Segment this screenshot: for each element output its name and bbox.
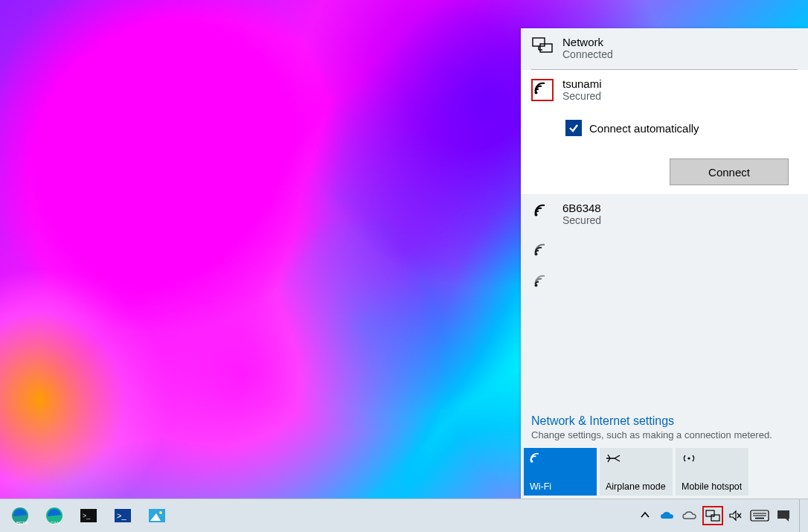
wifi-icon — [531, 243, 554, 257]
highlight-annotation — [702, 506, 723, 525]
tile-label: Mobile hotspot — [682, 482, 744, 493]
wifi-item[interactable]: 6B6348 Secured — [521, 194, 808, 234]
svg-rect-22 — [711, 515, 719, 521]
wifi-icon — [533, 81, 551, 99]
network-tray-icon[interactable] — [705, 508, 721, 523]
svg-text:BETA: BETA — [16, 521, 28, 525]
svg-point-7 — [535, 284, 538, 287]
volume-mute-icon[interactable] — [726, 506, 746, 525]
svg-point-4 — [535, 92, 538, 94]
network-header-status: Connected — [562, 48, 613, 60]
airplane-icon — [606, 452, 668, 467]
svg-marker-28 — [786, 519, 789, 522]
wifi-security: Secured — [562, 90, 602, 102]
tile-mobile-hotspot[interactable]: Mobile hotspot — [676, 448, 748, 496]
taskbar-pinned-apps: BETA CAN >_ >_ — [4, 501, 173, 530]
weather-icon[interactable] — [680, 506, 699, 525]
wifi-security: Secured — [562, 214, 601, 226]
taskbar: BETA CAN >_ >_ — [0, 499, 808, 532]
svg-text:>_: >_ — [117, 511, 126, 520]
quick-action-tiles: Wi-Fi Airplane mode Mobile hotspot — [521, 445, 808, 499]
network-header-name: Network — [562, 36, 613, 48]
wifi-name: 6B6348 — [562, 202, 601, 214]
wifi-icon — [531, 274, 554, 289]
onedrive-icon[interactable] — [658, 506, 677, 525]
system-tray — [635, 499, 805, 533]
wifi-item-selected[interactable]: tsunami Secured Connect automatically Co… — [521, 70, 808, 194]
taskbar-app-edge-beta[interactable]: BETA — [4, 501, 36, 530]
taskbar-app-powershell[interactable]: >_ — [107, 501, 138, 530]
wifi-icon — [531, 203, 554, 218]
network-header-item[interactable]: Network Connected — [521, 28, 808, 68]
svg-point-20 — [159, 511, 162, 514]
tile-airplane-mode[interactable]: Airplane mode — [600, 448, 673, 496]
svg-rect-21 — [706, 510, 714, 516]
hotspot-icon — [682, 452, 744, 467]
connect-button[interactable]: Connect — [670, 158, 789, 185]
highlight-annotation — [531, 79, 554, 101]
svg-point-6 — [535, 253, 538, 256]
tile-label: Wi-Fi — [530, 482, 592, 493]
svg-rect-27 — [777, 510, 789, 519]
touch-keyboard-icon[interactable] — [748, 506, 771, 525]
tray-overflow-chevron[interactable] — [635, 506, 655, 525]
wifi-name: tsunami — [562, 77, 602, 90]
taskbar-app-edge-canary[interactable]: CAN — [39, 501, 70, 530]
taskbar-app-photos[interactable] — [141, 501, 173, 530]
svg-text:>_: >_ — [83, 512, 91, 519]
tile-label: Airplane mode — [606, 482, 668, 493]
network-settings-link[interactable]: Network & Internet settings Change setti… — [521, 407, 808, 445]
network-list: Network Connected — [521, 28, 808, 407]
action-center-icon[interactable] — [774, 506, 793, 525]
svg-rect-1 — [540, 44, 552, 52]
svg-point-8 — [530, 461, 533, 463]
settings-hint: Change settings, such as making a connec… — [531, 429, 798, 440]
network-flyout: Network Connected — [521, 28, 808, 499]
svg-point-5 — [535, 214, 538, 217]
svg-point-9 — [687, 457, 690, 459]
taskbar-app-command-prompt[interactable]: >_ — [73, 501, 104, 530]
settings-title: Network & Internet settings — [531, 414, 798, 428]
svg-text:CAN: CAN — [51, 521, 60, 525]
svg-rect-0 — [533, 38, 545, 46]
ethernet-icon — [531, 37, 554, 54]
connect-automatically-checkbox[interactable]: Connect automatically — [565, 120, 798, 136]
connect-automatically-label: Connect automatically — [589, 122, 699, 135]
tile-wifi[interactable]: Wi-Fi — [524, 448, 597, 496]
wifi-item[interactable] — [521, 234, 808, 265]
wifi-icon — [530, 452, 592, 467]
wifi-item[interactable] — [521, 265, 808, 296]
show-desktop-button[interactable] — [799, 499, 805, 533]
checkmark-icon — [565, 120, 582, 136]
